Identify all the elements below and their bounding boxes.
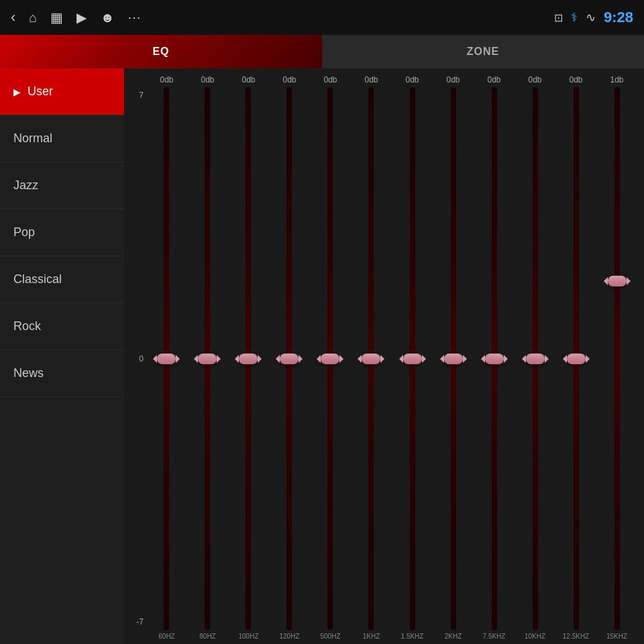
slider-track-80HZ xyxy=(205,87,210,630)
bag-icon[interactable]: ☻ xyxy=(100,10,114,25)
slider-track-wrapper-80HZ xyxy=(187,87,227,630)
slider-track-500HZ xyxy=(327,87,333,630)
freq-label-7.5KHZ: 7.5KHZ xyxy=(474,633,515,640)
eq-area: 0db0db0db0db0db0db0db0db0db0db0db1db 7 0… xyxy=(124,68,644,644)
db-label-500HZ: 0db xyxy=(310,75,351,85)
home-icon[interactable]: ⌂ xyxy=(29,10,37,25)
db-label-1.5KHZ: 0db xyxy=(392,75,433,85)
sliders-container: 7 0 -7 xyxy=(127,87,637,630)
freq-label-15KHZ: 15KHZ xyxy=(596,633,637,640)
slider-thumb-1KHZ[interactable] xyxy=(362,354,380,364)
db-label-120HZ: 0db xyxy=(269,75,310,85)
db-label-2KHZ: 0db xyxy=(433,75,474,85)
freq-label-12.5KHZ: 12.5KHZ xyxy=(555,633,596,640)
slider-col-60HZ xyxy=(146,87,186,630)
slider-col-2KHZ xyxy=(433,87,473,630)
freq-label-10KHZ: 10KHZ xyxy=(515,633,555,640)
slider-thumb-120HZ[interactable] xyxy=(280,354,299,364)
tabs-row: EQ ZONE xyxy=(0,35,644,68)
play-icon: ▶ xyxy=(13,87,21,97)
scale-label-neg7: -7 xyxy=(127,617,146,627)
slider-col-7.5KHZ xyxy=(474,87,514,630)
sidebar-item-normal[interactable]: Normal xyxy=(0,115,124,162)
slider-col-10KHZ xyxy=(516,87,555,630)
more-icon[interactable]: ⋯ xyxy=(127,9,141,25)
slider-track-10KHZ xyxy=(533,87,538,630)
clock-display: 9:28 xyxy=(604,9,633,26)
nav-icons: ‹ ⌂ ▦ ▶ ☻ ⋯ xyxy=(11,9,554,26)
slider-track-wrapper-7.5KHZ xyxy=(474,87,514,630)
sidebar-item-rock[interactable]: Rock xyxy=(0,303,124,350)
slider-col-100HZ xyxy=(228,87,268,630)
camera-icon[interactable]: ▶ xyxy=(76,9,87,25)
sidebar-item-jazz[interactable]: Jazz xyxy=(0,162,124,209)
slider-track-wrapper-500HZ xyxy=(311,87,350,630)
slider-thumb-500HZ[interactable] xyxy=(321,354,339,364)
scale-label-7: 7 xyxy=(127,91,146,100)
slider-track-60HZ xyxy=(164,87,169,630)
slider-track-wrapper-120HZ xyxy=(270,87,309,630)
cast-icon: ⊡ xyxy=(554,11,563,24)
slider-col-15KHZ xyxy=(598,87,637,630)
slider-track-1KHZ xyxy=(368,87,374,630)
slider-thumb-10KHZ[interactable] xyxy=(526,354,545,364)
sidebar: ▶ User Normal Jazz Pop Classical Rock Ne… xyxy=(0,68,124,644)
slider-col-12.5KHZ xyxy=(557,87,596,630)
slider-thumb-2KHZ[interactable] xyxy=(444,354,463,364)
wifi-icon: ∿ xyxy=(586,10,596,25)
freq-label-80HZ: 80HZ xyxy=(187,633,228,640)
slider-thumb-15KHZ[interactable] xyxy=(608,276,627,286)
freq-label-60HZ: 60HZ xyxy=(146,633,187,640)
slider-track-12.5KHZ xyxy=(574,87,579,630)
slider-track-100HZ xyxy=(246,87,251,630)
slider-thumb-1.5KHZ[interactable] xyxy=(403,354,422,364)
tab-eq[interactable]: EQ xyxy=(0,35,322,68)
freq-label-500HZ: 500HZ xyxy=(310,633,351,640)
slider-thumb-12.5KHZ[interactable] xyxy=(567,354,586,364)
slider-track-wrapper-12.5KHZ xyxy=(557,87,596,630)
slider-track-wrapper-10KHZ xyxy=(516,87,555,630)
slider-col-1.5KHZ xyxy=(392,87,432,630)
sidebar-item-classical[interactable]: Classical xyxy=(0,256,124,303)
freq-label-100HZ: 100HZ xyxy=(228,633,269,640)
db-label-7.5KHZ: 0db xyxy=(474,75,515,85)
db-label-15KHZ: 1db xyxy=(596,75,637,85)
db-label-80HZ: 0db xyxy=(187,75,228,85)
slider-track-wrapper-60HZ xyxy=(146,87,186,630)
db-label-60HZ: 0db xyxy=(146,75,187,85)
device-wrapper: ‹ ⌂ ▦ ▶ ☻ ⋯ ⊡ ⚕ ∿ 9:28 EQ ZONE ▶ User xyxy=(0,0,644,644)
slider-track-wrapper-1.5KHZ xyxy=(392,87,432,630)
bluetooth-icon: ⚕ xyxy=(571,10,578,25)
db-label-12.5KHZ: 0db xyxy=(555,75,596,85)
sidebar-item-user[interactable]: ▶ User xyxy=(0,68,124,115)
freq-label-1.5KHZ: 1.5KHZ xyxy=(392,633,433,640)
slider-thumb-80HZ[interactable] xyxy=(198,354,217,364)
tab-zone[interactable]: ZONE xyxy=(322,35,644,68)
slider-thumb-100HZ[interactable] xyxy=(239,354,258,364)
recents-icon[interactable]: ▦ xyxy=(50,9,63,25)
db-label-10KHZ: 0db xyxy=(515,75,555,85)
db-labels-row: 0db0db0db0db0db0db0db0db0db0db0db1db xyxy=(127,75,637,85)
slider-col-80HZ xyxy=(187,87,227,630)
scale-labels: 7 0 -7 xyxy=(127,87,146,630)
slider-track-120HZ xyxy=(286,87,292,630)
slider-thumb-60HZ[interactable] xyxy=(157,354,176,364)
scale-label-0: 0 xyxy=(127,354,146,364)
slider-col-1KHZ xyxy=(352,87,391,630)
slider-track-15KHZ xyxy=(614,87,620,630)
freq-label-2KHZ: 2KHZ xyxy=(433,633,474,640)
sidebar-item-news[interactable]: News xyxy=(0,350,124,397)
sidebar-item-pop[interactable]: Pop xyxy=(0,209,124,256)
slider-track-wrapper-1KHZ xyxy=(352,87,391,630)
slider-track-wrapper-2KHZ xyxy=(433,87,473,630)
slider-track-7.5KHZ xyxy=(492,87,497,630)
slider-track-2KHZ xyxy=(451,87,456,630)
freq-labels-row: 60HZ80HZ100HZ120HZ500HZ1KHZ1.5KHZ2KHZ7.5… xyxy=(127,633,637,640)
db-label-1KHZ: 0db xyxy=(351,75,392,85)
slider-col-500HZ xyxy=(311,87,350,630)
main-content: ▶ User Normal Jazz Pop Classical Rock Ne… xyxy=(0,68,644,644)
status-bar: ‹ ⌂ ▦ ▶ ☻ ⋯ ⊡ ⚕ ∿ 9:28 xyxy=(0,0,644,35)
slider-track-wrapper-15KHZ xyxy=(598,87,637,630)
back-button[interactable]: ‹ xyxy=(11,9,15,26)
slider-thumb-7.5KHZ[interactable] xyxy=(485,354,504,364)
